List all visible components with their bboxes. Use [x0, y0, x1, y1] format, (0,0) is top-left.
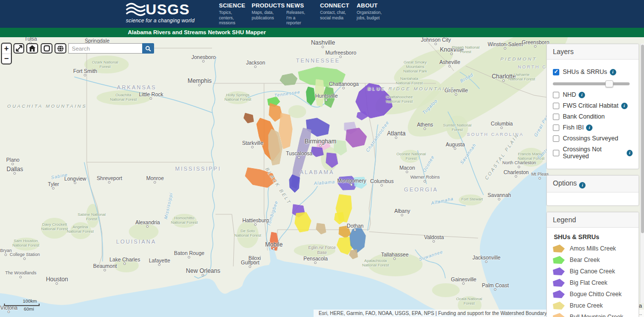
info-icon[interactable]: i [579, 92, 585, 98]
search-box [68, 43, 143, 54]
usgs-wordmark: USGS [146, 2, 190, 17]
forest-patch [97, 90, 151, 105]
basemap-button[interactable] [54, 43, 66, 54]
river-line [418, 150, 427, 184]
legend-item: Bull Mountain Creek [553, 313, 633, 317]
layer-checkbox[interactable] [553, 135, 559, 142]
layer-label[interactable]: FWS Critical Habitat [563, 102, 619, 109]
default-extent-button[interactable] [41, 43, 53, 54]
shu-purple-top [357, 112, 368, 120]
info-icon[interactable]: i [610, 69, 616, 75]
legend-item: Amos Mills Creek [553, 245, 633, 253]
layer-label[interactable]: Crossings Surveyed [563, 135, 618, 142]
slider-track[interactable] [553, 82, 630, 85]
forest-patch [294, 244, 335, 257]
forest-patch [114, 258, 139, 272]
usgs-header: USGS science for a changing world SCIENC… [0, 0, 644, 28]
options-header: Optionsi [547, 176, 639, 192]
legend-item: Big Flat Creek [553, 279, 633, 287]
shu-tan-eglin [316, 223, 326, 234]
scale-km-label: 100km [23, 298, 40, 304]
legend-item: Big Canoe Creek [553, 267, 633, 275]
legend-body: SHUs & SRRUs Amos Mills CreekBear CreekB… [547, 228, 639, 317]
home-icon [29, 45, 36, 52]
layers-card: Layers SHUs & SRRUsiNHDiFWS Critical Hab… [546, 44, 639, 169]
layer-label[interactable]: SHUs & SRRUs [563, 68, 607, 75]
search-button[interactable] [142, 43, 154, 54]
nav-item-science[interactable]: SCIENCETopics, centers, missions [219, 2, 247, 26]
forest-patch [400, 150, 420, 163]
nav-subtitle: Topics, centers, missions [219, 10, 247, 26]
legend-swatch [553, 279, 565, 287]
options-title: Options [553, 179, 577, 187]
layer-checkbox[interactable] [553, 92, 559, 98]
info-icon[interactable]: i [579, 182, 586, 189]
globe-icon [57, 45, 64, 52]
layer-label[interactable]: Fish IBI [563, 124, 584, 131]
layer-label[interactable]: NHD [563, 91, 576, 98]
usgs-logo[interactable]: USGS science for a changing world [126, 2, 195, 23]
layer-row: Crossings Surveyed [553, 135, 633, 142]
legend-header: Legend [547, 212, 639, 228]
nav-subtitle: Releases, I'm a reporter [286, 10, 315, 26]
search-input[interactable] [68, 43, 143, 54]
legend-label: Amos Mills Creek [570, 245, 616, 252]
forest-patch [225, 91, 251, 104]
layer-row: Fish IBIi [553, 124, 633, 131]
panel-scrollbar[interactable] [640, 44, 644, 303]
forest-patch [432, 283, 460, 297]
legend-swatch [553, 267, 565, 275]
nav-item-about[interactable]: ABOUTOrganization, jobs, budget [357, 2, 386, 26]
legend-label: Bogue Chitto Creek [570, 291, 622, 298]
nav-title: SCIENCE [219, 2, 247, 8]
river-line [368, 125, 378, 231]
forest-patch [172, 214, 197, 228]
info-icon[interactable]: i [586, 125, 592, 131]
info-icon[interactable]: i [627, 150, 633, 156]
nav-subtitle: Organization, jobs, budget [357, 10, 386, 20]
layer-checkbox[interactable] [553, 103, 559, 109]
scale-bar: 100km 60mi [4, 298, 40, 312]
slider-handle[interactable] [605, 80, 613, 87]
forest-patch [237, 221, 259, 248]
shu-gold [339, 226, 351, 238]
legend-card: Legend SHUs & SRRUs Amos Mills CreekBear… [546, 212, 639, 317]
layer-checkbox[interactable] [553, 114, 559, 120]
home-button[interactable] [26, 43, 38, 54]
layer-row: NHDi [553, 91, 633, 98]
layer-checkbox[interactable] [553, 125, 559, 131]
opacity-slider[interactable] [553, 80, 633, 87]
fullscreen-button[interactable] [13, 43, 24, 54]
forest-patch [446, 116, 468, 139]
legend-item: Bear Creek [553, 256, 633, 264]
zoom-control: + − [1, 43, 12, 64]
search-icon [145, 46, 151, 52]
usgs-wave-icon [126, 2, 146, 17]
zoom-in-button[interactable]: + [2, 44, 11, 54]
layer-list: SHUs & SRRUsiNHDiFWS Critical HabitatiBa… [547, 60, 639, 169]
nav-item-news[interactable]: NEWSReleases, I'm a reporter [286, 2, 315, 26]
nav-title: ABOUT [357, 2, 386, 8]
nav-item-products[interactable]: PRODUCTSMaps, data, publications [252, 2, 281, 26]
app-title: Alabama Rivers and Streams Network SHU M… [128, 29, 266, 35]
layer-label[interactable]: Crossings Not Surveyed [563, 146, 624, 160]
shu-magenta [346, 128, 367, 147]
layer-checkbox[interactable] [553, 69, 559, 75]
layer-checkbox[interactable] [553, 150, 559, 156]
shu-dark-brown [244, 113, 254, 123]
forest-patch [70, 222, 91, 239]
info-icon[interactable]: i [621, 103, 628, 109]
shu-indigo [289, 175, 300, 192]
shu-orange-west [245, 168, 276, 188]
layer-label[interactable]: Bank Condition [563, 113, 605, 120]
zoom-out-button[interactable]: − [2, 54, 11, 64]
header-nav: SCIENCETopics, centers, missionsPRODUCTS… [219, 2, 391, 26]
shu-mapper-app: TulsaSpringdaleJonesboroFort SmithLittle… [0, 0, 644, 317]
shu-green-vertical [306, 87, 315, 105]
nav-subtitle: Maps, data, publications [252, 10, 281, 20]
river-line [194, 57, 216, 278]
scrollbar-thumb[interactable] [641, 45, 644, 233]
forest-patch [129, 223, 159, 240]
nav-title: PRODUCTS [252, 2, 281, 8]
nav-item-connect[interactable]: CONNECTContact, chat, social media [320, 2, 352, 26]
